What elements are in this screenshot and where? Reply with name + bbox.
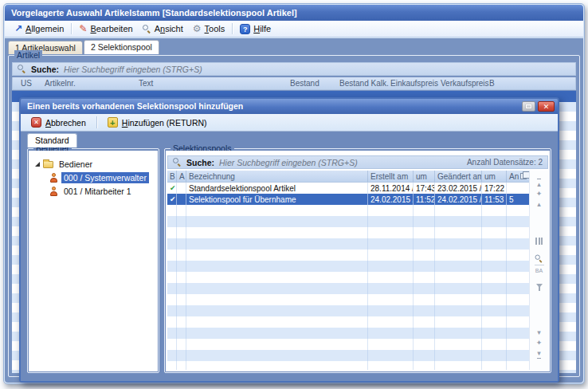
table-row-empty[interactable]	[167, 328, 529, 339]
tree-item-label[interactable]: 000 / Systemverwalter	[61, 172, 149, 183]
table-row-empty[interactable]	[167, 250, 529, 261]
artikel-table-header[interactable]: US Artikelnr. Text Bestand Bestand Kalk.…	[12, 77, 576, 90]
table-row-standardselektionspool[interactable]: ✔ Standardselektionspool Artikel 28.11.2…	[167, 183, 529, 194]
menu-tools[interactable]: ⚙ Tools	[188, 23, 229, 34]
close-button[interactable]: ✕	[538, 101, 555, 112]
dialog-title: Einen bereits vorhandenen Selektionspool…	[27, 101, 243, 111]
col-einkaufspreis[interactable]: Einkaufspreis	[390, 79, 438, 88]
divider	[535, 265, 544, 265]
menu-hilfe[interactable]: ? Hilfe	[235, 23, 276, 35]
table-row-empty[interactable]	[167, 283, 529, 294]
menubar: ↗ Allgemein ✎ Bearbeiten Ansicht ⚙ Tools…	[5, 21, 583, 37]
col-text[interactable]: Text	[139, 79, 153, 88]
col-bestand-kalk[interactable]: Bestand Kalk.	[339, 79, 389, 88]
check-icon: ✔	[170, 195, 176, 203]
col-erstellt-am[interactable]: Erstellt am	[368, 171, 414, 182]
scroll-down-icon[interactable]: ▾	[537, 328, 541, 338]
tree-expander-icon[interactable]	[35, 162, 40, 167]
scroll-up-icon[interactable]: ▴	[537, 199, 541, 210]
cell-geaendert-um: 17:22	[482, 183, 507, 194]
table-row-empty[interactable]	[167, 261, 529, 272]
menu-ansicht-label: Ansicht	[155, 24, 183, 33]
col-an[interactable]: An	[507, 171, 529, 182]
table-row-selektionspool-uebernahme-selected[interactable]: ✔ Selektionspool für Übernhame 24.02.201…	[167, 194, 529, 205]
user-icon	[49, 173, 58, 183]
move-down-icon[interactable]: ✦	[536, 338, 543, 348]
col-geaendert-am[interactable]: Geändert am	[435, 171, 482, 182]
window-titlebar[interactable]: Vorgelagerte Auswahl Artikelstamm [Stand…	[5, 5, 583, 21]
col-us[interactable]: US	[21, 79, 32, 88]
tree-root-bediener[interactable]: Bediener	[29, 157, 158, 171]
col-bezeichnung[interactable]: Bezeichnung	[186, 171, 368, 182]
restore-button[interactable]	[522, 101, 535, 112]
table-row-empty[interactable]	[167, 361, 529, 370]
pools-search-bar[interactable]: Suche: Hier Suchbegriff eingeben (STRG+S…	[167, 155, 548, 169]
col-um-2[interactable]: um	[482, 171, 507, 182]
scroll-first-icon[interactable]: ▴	[537, 179, 541, 189]
tree-item-label[interactable]: 001 / Mitarbeiter 1	[61, 186, 134, 197]
tree-item-mitarbeiter1[interactable]: 001 / Mitarbeiter 1	[29, 184, 158, 198]
columns-icon[interactable]	[535, 238, 543, 245]
menu-allgemein[interactable]: ↗ Allgemein	[10, 23, 69, 34]
window-title: Vorgelagerte Auswahl Artikelstamm [Stand…	[11, 8, 297, 18]
col-a[interactable]: A	[177, 171, 186, 182]
dialog-titlebar[interactable]: Einen bereits vorhandenen Selektionspool…	[21, 99, 558, 114]
col-bestand[interactable]: Bestand	[290, 79, 319, 88]
col-verkaufspreis[interactable]: Verkaufspreis	[441, 79, 489, 88]
menu-ansicht[interactable]: Ansicht	[138, 23, 188, 34]
table-row-empty[interactable]	[167, 216, 529, 227]
cell-erstellt-am: 28.11.2014 /Fr	[368, 183, 414, 194]
col-artikelnr[interactable]: Artikelnr.	[45, 79, 76, 88]
search-icon	[18, 65, 26, 73]
user-icon	[49, 187, 58, 196]
table-row-empty[interactable]	[167, 238, 529, 250]
table-row-empty[interactable]	[167, 305, 529, 316]
move-up-icon[interactable]: ✦	[536, 189, 543, 199]
menu-tools-label: Tools	[205, 24, 225, 33]
table-row-empty[interactable]	[167, 339, 529, 350]
col-um-1[interactable]: um	[414, 171, 435, 182]
tree-item-systemverwalter[interactable]: 000 / Systemverwalter	[29, 171, 158, 184]
toolbar-separator	[96, 116, 97, 128]
table-row-empty[interactable]	[167, 205, 529, 216]
window-content: 1 Artikelauswahl 2 Selektionspool Artike…	[5, 38, 583, 383]
filter-funnel-icon[interactable]	[536, 284, 543, 288]
table-side-toolbar: ▴ ✦ ▴ BA	[529, 171, 548, 370]
tree-root-label: Bediener	[57, 159, 95, 170]
pools-table-header[interactable]: B A Bezeichnung Erstellt am um Geändert …	[167, 171, 529, 183]
dialog-body: Standard Bediener Bediener	[21, 132, 558, 381]
artikel-search-label: Suche:	[31, 65, 59, 74]
add-selektionspool-dialog: Einen bereits vorhandenen Selektionspool…	[19, 97, 559, 383]
windows-layered-icon	[520, 173, 527, 179]
selektionspools-panel: Suche: Hier Suchbegriff eingeben (STRG+S…	[166, 151, 550, 371]
tab-selektionspool[interactable]: 2 Selektionspool	[84, 40, 159, 54]
artikel-search-bar[interactable]: Suche: Hier Suchbegriff eingeben (STRG+S…	[12, 62, 576, 76]
table-row-empty[interactable]	[167, 272, 529, 283]
restore-icon	[526, 104, 531, 108]
pools-search-placeholder: Hier Suchbegriff eingeben (STRG+S)	[219, 158, 358, 167]
scroll-last-icon[interactable]: ▾	[537, 348, 541, 359]
pools-search-label: Suche:	[186, 158, 214, 167]
table-row-empty[interactable]	[167, 294, 529, 305]
dialog-toolbar: ✕ Abbrechen + Hinzufügen (RETURN)	[21, 114, 558, 132]
table-row-empty[interactable]	[167, 350, 529, 361]
sort-ba-icon[interactable]: BA	[535, 267, 543, 274]
tab-standard[interactable]: Standard	[27, 133, 77, 147]
add-button[interactable]: + Hinzufügen (RETURN)	[104, 116, 211, 129]
cell-erstellt-um: 17:43	[414, 183, 435, 194]
table-row-empty[interactable]	[167, 227, 529, 238]
cancel-label: Abbrechen	[45, 118, 86, 128]
artikel-group-label: Artikel	[14, 50, 42, 60]
main-window: Vorgelagerte Auswahl Artikelstamm [Stand…	[3, 3, 585, 384]
col-b[interactable]: B	[489, 79, 495, 88]
cancel-icon: ✕	[31, 117, 41, 128]
menu-bearbeiten[interactable]: ✎ Bearbeiten	[74, 23, 137, 34]
col-b[interactable]: B	[167, 171, 177, 182]
search-icon	[173, 158, 182, 167]
cancel-button[interactable]: ✕ Abbrechen	[27, 116, 90, 129]
screenshot-stage: Vorgelagerte Auswahl Artikelstamm [Stand…	[0, 0, 588, 389]
cell-erstellt-um: 11:52	[414, 194, 435, 205]
table-row-empty[interactable]	[167, 316, 529, 328]
table-search-icon[interactable]	[535, 254, 543, 262]
help-icon: ?	[240, 24, 250, 34]
